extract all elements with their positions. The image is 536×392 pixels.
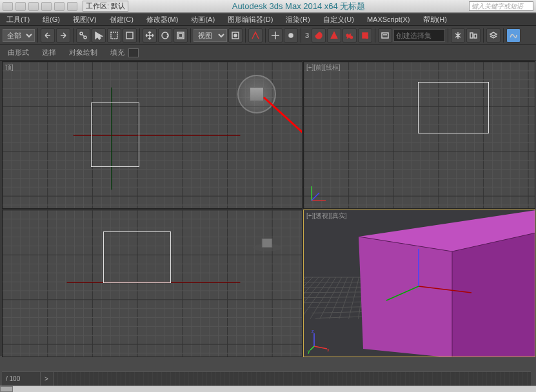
menu-graph-editor[interactable]: 图形编辑器(D) (221, 13, 279, 26)
qat-app-icon[interactable] (3, 2, 13, 11)
workspace-select[interactable]: 工作区: 默认 (83, 1, 128, 12)
qat-redo-icon[interactable] (67, 2, 77, 11)
svg-text:x: x (327, 348, 330, 352)
main-toolbar: 全部 视图 3 % (0, 26, 536, 45)
svg-rect-7 (179, 34, 183, 37)
subbar-fill[interactable]: 填充 (110, 48, 139, 57)
viewport-perspective[interactable]: [+][透视][真实] x y (303, 210, 535, 357)
snap-2d-icon[interactable] (312, 28, 326, 43)
pivot-center-icon[interactable] (228, 28, 243, 43)
menu-group[interactable]: 组(G) (36, 13, 66, 26)
menu-modifiers[interactable]: 修改器(M) (140, 13, 185, 26)
menu-help[interactable]: 帮助(H) (417, 13, 453, 26)
ribbon-subbar: 由形式 选择 对象绘制 填充 (0, 45, 536, 61)
subbar-shape[interactable]: 由形式 (8, 48, 29, 57)
svg-point-10 (289, 34, 293, 37)
viewcube[interactable] (237, 75, 276, 113)
svg-rect-17 (382, 33, 388, 38)
box-outline-left[interactable] (103, 231, 171, 283)
link-icon[interactable] (76, 28, 90, 43)
timeline-slider[interactable] (54, 372, 531, 386)
selection-set-input[interactable] (393, 29, 445, 42)
play-step-icon[interactable]: > (41, 372, 54, 386)
ref-coord-select[interactable]: 视图 (194, 29, 227, 42)
menu-bar: 工具(T) 组(G) 视图(V) 创建(C) 修改器(M) 动画(A) 图形编辑… (0, 13, 536, 26)
layer-manager-icon[interactable] (486, 28, 501, 43)
box-mesh-perspective[interactable] (304, 210, 535, 357)
status-bar: / 100 > (2, 371, 531, 386)
curve-editor-icon[interactable] (506, 28, 521, 43)
viewport-label[interactable]: [+][透视][真实] (306, 211, 347, 220)
viewport-front[interactable]: [+][前][线框] (303, 61, 535, 209)
axis-constraint-icon[interactable] (268, 28, 283, 43)
redo-icon[interactable] (56, 28, 70, 43)
quick-access-toolbar (0, 2, 80, 11)
svg-point-14 (351, 36, 353, 38)
box-outline-top[interactable] (91, 103, 139, 167)
svg-rect-19 (470, 33, 473, 38)
svg-marker-203 (359, 237, 452, 357)
subbar-paint[interactable]: 对象绘制 (69, 48, 97, 57)
qat-open-icon[interactable] (28, 2, 39, 11)
frame-counter: / 100 (2, 372, 41, 386)
svg-rect-3 (111, 32, 117, 39)
viewport-top[interactable]: 顶] (2, 61, 303, 209)
scale-icon[interactable] (174, 28, 188, 43)
svg-text:y: y (308, 349, 310, 354)
spinner-snap-icon[interactable] (358, 28, 372, 43)
select-region-window-icon[interactable] (123, 28, 137, 43)
svg-rect-20 (474, 34, 477, 38)
svg-line-210 (310, 346, 314, 350)
viewport-label[interactable]: [+][前][线框] (306, 63, 341, 72)
svg-line-209 (314, 346, 327, 349)
qat-save-icon[interactable] (41, 2, 52, 11)
selection-filter-select[interactable]: 全部 (3, 29, 35, 42)
snap-toggle-icon[interactable] (284, 28, 298, 43)
viewport-label[interactable]: 顶] (5, 63, 14, 72)
menu-render[interactable]: 渲染(R) (279, 13, 316, 26)
align-icon[interactable] (466, 28, 481, 43)
svg-point-12 (333, 34, 335, 36)
menu-customize[interactable]: 自定义(U) (317, 13, 361, 26)
qat-new-icon[interactable] (15, 2, 26, 11)
subbar-select[interactable]: 选择 (42, 48, 56, 57)
axis-indicator: x y z (308, 327, 333, 353)
fill-swatch[interactable] (128, 48, 139, 57)
menu-maxscript[interactable]: MAXScript(X) (361, 13, 417, 26)
angle-label: 3 (305, 32, 309, 39)
svg-point-16 (366, 36, 368, 38)
app-title: Autodesk 3ds Max 2014 x64 无标题 (128, 1, 469, 12)
undo-icon[interactable] (41, 28, 55, 43)
svg-text:z: z (312, 329, 314, 333)
angle-snap-icon[interactable] (327, 28, 341, 43)
svg-line-121 (312, 193, 319, 201)
svg-point-5 (162, 32, 168, 39)
svg-point-11 (318, 34, 320, 36)
search-input[interactable]: 键入关键字或短语 (469, 1, 533, 11)
viewcube-face-icon[interactable] (250, 87, 264, 101)
viewport-left[interactable] (2, 210, 303, 357)
menu-animation[interactable]: 动画(A) (184, 13, 221, 26)
horizontal-scrollbar[interactable] (0, 386, 536, 392)
gizmo-shadow (248, 236, 286, 255)
svg-rect-4 (126, 32, 133, 39)
edit-selection-set-icon[interactable] (378, 28, 392, 43)
menu-create[interactable]: 创建(C) (103, 13, 140, 26)
qat-undo-icon[interactable] (54, 2, 65, 11)
rotate-icon[interactable] (158, 28, 172, 43)
axis-indicator (306, 180, 332, 206)
menu-view[interactable]: 视图(V) (66, 13, 103, 26)
svg-rect-175 (262, 239, 272, 248)
select-region-rect-icon[interactable] (107, 28, 121, 43)
mirror-icon[interactable] (451, 28, 465, 43)
percent-snap-icon[interactable]: % (342, 28, 357, 43)
svg-marker-204 (452, 233, 535, 357)
svg-line-2 (82, 34, 84, 37)
menu-tools[interactable]: 工具(T) (0, 13, 36, 26)
title-bar: 工作区: 默认 Autodesk 3ds Max 2014 x64 无标题 键入… (0, 0, 536, 13)
svg-point-8 (234, 34, 237, 37)
move-icon[interactable] (143, 28, 157, 43)
select-object-icon[interactable] (92, 28, 106, 43)
box-outline-front[interactable] (418, 82, 489, 133)
select-manipulate-icon[interactable] (248, 28, 263, 43)
